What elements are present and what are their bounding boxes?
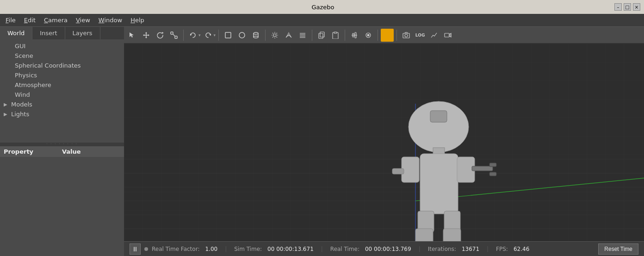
tree-item-physics[interactable]: Physics [0, 70, 124, 80]
menu-camera[interactable]: Camera [40, 16, 71, 25]
menu-file[interactable]: File [2, 16, 19, 25]
svg-rect-67 [402, 157, 419, 182]
point-light-button[interactable] [268, 29, 281, 42]
tree-label-lights: Lights [11, 111, 29, 118]
tree-label-physics: Physics [15, 72, 37, 79]
copy-button[interactable] [315, 29, 328, 42]
svg-rect-7 [171, 32, 173, 34]
svg-rect-12 [225, 32, 231, 38]
svg-marker-50 [449, 33, 451, 37]
tree-item-gui[interactable]: GUI [0, 41, 124, 51]
tree-item-atmosphere[interactable]: Atmosphere [0, 80, 124, 90]
svg-marker-2 [145, 32, 147, 33]
log-button[interactable]: LOG [414, 29, 427, 42]
svg-point-48 [405, 34, 408, 37]
tree-label-wind: Wind [15, 91, 30, 98]
insert-cylinder-button[interactable] [249, 29, 262, 42]
iterations-value: 13671 [462, 246, 479, 252]
real-time-factor-label: Real Time Factor: [152, 246, 199, 252]
tree-item-wind[interactable]: Wind [0, 90, 124, 100]
rotate-tool-button[interactable] [154, 29, 167, 42]
tree-label-gui: GUI [15, 43, 25, 50]
tab-world[interactable]: World [0, 27, 32, 39]
tree-item-models[interactable]: ▶ Models [0, 100, 124, 109]
menu-help[interactable]: Help [127, 16, 148, 25]
minimize-button[interactable]: – [614, 3, 622, 11]
svg-line-25 [277, 33, 278, 34]
viewport-3d[interactable] [124, 44, 644, 241]
svg-rect-77 [443, 229, 461, 241]
svg-line-26 [272, 37, 273, 37]
sidebar: World Insert Layers GUI Scene Spherical … [0, 27, 124, 256]
status-sep-2: | [321, 246, 323, 252]
toolbar-sep-6 [378, 30, 378, 41]
svg-line-9 [173, 34, 175, 36]
menu-view[interactable]: View [72, 16, 94, 25]
spot-light-button[interactable] [282, 29, 295, 42]
fps-value: 62.46 [514, 246, 529, 252]
grid-svg [124, 44, 644, 241]
redo-dropdown[interactable]: ▾ [214, 33, 216, 37]
iterations-label: Iterations: [428, 246, 456, 252]
svg-point-45 [367, 34, 369, 36]
tree-label-atmosphere: Atmosphere [15, 81, 51, 88]
status-sep-1: | [225, 246, 227, 252]
svg-point-14 [254, 32, 258, 34]
close-button[interactable]: × [633, 3, 640, 11]
menu-edit[interactable]: Edit [20, 16, 39, 25]
tree-item-spherical-coordinates[interactable]: Spherical Coordinates [0, 61, 124, 70]
svg-rect-40 [334, 32, 337, 33]
value-column-header: Value [62, 148, 120, 155]
svg-rect-52 [124, 44, 644, 241]
plot-button[interactable] [427, 29, 440, 42]
snap-button[interactable] [362, 29, 375, 42]
svg-line-24 [277, 37, 278, 37]
status-indicator [144, 247, 148, 251]
undo-dropdown[interactable]: ▾ [198, 33, 201, 37]
paste-button[interactable] [329, 29, 342, 42]
active-object-button[interactable] [381, 29, 394, 42]
sim-time-value: 00 00:00:13.671 [267, 246, 314, 252]
toolbar-sep-4 [312, 30, 312, 41]
pause-button[interactable]: ⏸ [130, 244, 141, 255]
translate-tool-button[interactable] [140, 29, 153, 42]
insert-sphere-button[interactable] [235, 29, 248, 42]
align-button[interactable] [348, 29, 361, 42]
svg-rect-72 [489, 172, 496, 176]
tree-item-lights[interactable]: ▶ Lights [0, 109, 124, 119]
sim-time-label: Sim Time: [234, 246, 262, 252]
title-bar: Gazebo – □ × [0, 0, 644, 14]
sidebar-divider: · · · · · · · · [0, 143, 124, 146]
tree-label-models: Models [11, 101, 32, 108]
status-bar: ⏸ Real Time Factor: 1.00 | Sim Time: 00 … [124, 241, 644, 256]
reset-time-button[interactable]: Reset Time [598, 244, 638, 255]
sidebar-tabs: World Insert Layers [0, 27, 124, 39]
svg-rect-38 [319, 33, 323, 38]
toolbar-sep-2 [218, 30, 219, 41]
toolbar-sep-7 [396, 30, 397, 41]
redo-button[interactable] [202, 29, 215, 42]
directional-light-button[interactable] [296, 29, 309, 42]
screenshot-button[interactable] [400, 29, 413, 42]
tab-insert[interactable]: Insert [32, 27, 65, 39]
svg-point-63 [409, 101, 469, 152]
undo-button[interactable] [186, 29, 199, 42]
video-button[interactable] [441, 29, 454, 42]
svg-rect-8 [175, 36, 177, 38]
tree-label-scene: Scene [15, 52, 33, 59]
select-tool-button[interactable] [126, 29, 139, 42]
insert-box-button[interactable] [222, 29, 235, 42]
menu-bar: File Edit Camera View Window Help [0, 14, 644, 27]
toolbar: ▾ ▾ [124, 27, 644, 44]
svg-rect-37 [320, 32, 324, 37]
real-time-value: 00 00:00:13.769 [365, 246, 411, 252]
restore-button[interactable]: □ [624, 3, 631, 11]
svg-rect-66 [420, 154, 458, 214]
menu-window[interactable]: Window [95, 16, 126, 25]
svg-marker-5 [148, 34, 149, 36]
tree-item-scene[interactable]: Scene [0, 51, 124, 61]
svg-marker-6 [162, 32, 164, 34]
tab-layers[interactable]: Layers [65, 27, 100, 39]
scale-tool-button[interactable] [167, 29, 180, 42]
svg-rect-64 [430, 111, 447, 122]
